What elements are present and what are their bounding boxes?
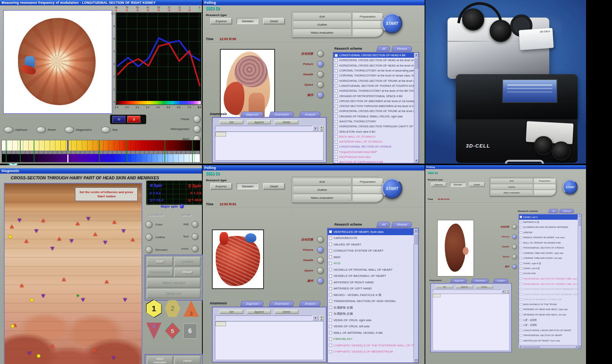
spin-up-icon[interactable]: ▲ — [319, 126, 324, 128]
spectrum-cursor-blue[interactable] — [67, 140, 68, 151]
checkbox-icon[interactable] — [335, 59, 338, 62]
research-scheme-list[interactable]: ▲▼ VENTRICLES OF HEART, front viewCARDIO… — [327, 228, 419, 363]
checkbox-icon[interactable] — [520, 262, 522, 265]
anamnesis-tab[interactable]: Diagnosis — [450, 279, 468, 283]
checkbox-icon[interactable] — [520, 309, 522, 311]
research-scheme-item[interactable]: ORGANS OF FEMALE SMALL PELVIS, right sid… — [334, 114, 414, 119]
research-scheme-item[interactable]: CROSS SECTION OF ABDOMEN at the level of… — [334, 99, 414, 104]
checkbox-icon[interactable] — [520, 278, 522, 280]
round-button[interactable] — [512, 264, 517, 269]
research-scheme-item[interactable]: CARDIOMOCITE — [328, 235, 414, 242]
round-button[interactable] — [317, 50, 324, 57]
research-scheme-item[interactable]: TRANSVERSAL SECTION OF HEART — [519, 333, 578, 338]
anamnesis-button[interactable]: Set — [220, 120, 243, 124]
checkbox-icon[interactable] — [329, 325, 332, 328]
research-scheme-item[interactable]: LONGITUDINAL SECTION OF UTERUS — [334, 144, 414, 149]
research-scheme-item[interactable]: WALL OF ARTERIAL VESSEL # MK — [328, 330, 414, 336]
menu-button[interactable]: Outline — [293, 21, 352, 28]
spin-down-icon[interactable]: ▼ — [506, 291, 509, 293]
scroll-thumb[interactable] — [522, 346, 540, 348]
research-scheme-item[interactable]: FEMALE URINARY BLADDER, rear view — [519, 235, 578, 240]
round-button[interactable] — [317, 92, 324, 98]
round-button[interactable] — [512, 234, 517, 239]
checkbox-icon[interactable] — [329, 243, 332, 246]
research-type-button[interactable]: Standart — [450, 182, 466, 187]
menu-button-secondary[interactable]: Preparation — [534, 178, 556, 184]
oval-button[interactable] — [4, 127, 13, 133]
research-scheme-item[interactable]: OVUM # MK — [519, 271, 578, 276]
horizontal-scrollbar[interactable]: ◄ ► — [518, 345, 578, 349]
research-scheme-item[interactable]: URETER — [519, 230, 578, 235]
checkbox-icon[interactable] — [329, 350, 332, 353]
round-button[interactable] — [512, 224, 517, 229]
round-button[interactable] — [317, 247, 324, 253]
anamnesis-tab[interactable]: Analysis — [299, 112, 321, 117]
checkbox-icon[interactable] — [520, 252, 522, 254]
checkbox-icon[interactable] — [335, 156, 338, 159]
menu-button-secondary[interactable] — [352, 21, 383, 28]
research-type-button[interactable]: Express — [210, 18, 232, 24]
checkbox-icon[interactable] — [520, 231, 522, 234]
menu-button-secondary[interactable] — [352, 194, 383, 202]
round-button[interactable] — [317, 278, 324, 284]
research-scheme-item[interactable]: VEINS OF CRUS, right side — [328, 317, 414, 323]
research-type-button[interactable]: Standart — [237, 183, 258, 189]
round-button[interactable] — [145, 234, 152, 240]
research-scheme-item[interactable]: LONGITUDINAL SECTION OF RIGHT MAMMARY GL… — [519, 286, 578, 291]
round-button[interactable] — [145, 221, 152, 228]
anamnesis-list[interactable] — [215, 321, 324, 360]
checkbox-icon[interactable] — [520, 237, 522, 239]
research-scheme-tab[interactable]: Restore — [391, 46, 413, 52]
checkbox-icon[interactable] — [335, 115, 338, 118]
research-type-button[interactable]: Express — [431, 182, 446, 187]
checkbox-icon[interactable] — [329, 338, 332, 341]
research-scheme-item[interactable]: HORIZONTAL THORACOTOMY at the level of t… — [334, 88, 414, 93]
checkbox-icon[interactable] — [520, 221, 522, 223]
checkbox-icon[interactable] — [335, 74, 338, 77]
research-scheme-item[interactable]: UTERINE TUBE AND OVARY, right side — [519, 250, 578, 255]
checkbox-icon[interactable] — [520, 329, 522, 332]
checkbox-icon[interactable] — [520, 247, 522, 249]
research-scheme-item[interactable]: NEURO - VESSEL FASCICLE # 涡 — [328, 292, 414, 298]
checkbox-icon[interactable] — [520, 334, 522, 336]
checkbox-icon[interactable] — [520, 267, 522, 270]
research-scheme-item[interactable]: CORONAL THORACOTOMY at the level of vena… — [334, 73, 414, 78]
research-scheme-item[interactable]: TRANSVERSAL SECTION OF UTERUS — [519, 245, 578, 250]
research-scheme-item[interactable]: HORIZONTAL CROSS-SECTION OF TRUNK at the… — [334, 109, 414, 114]
research-scheme-item[interactable]: LONGITUDINAL CROSS-SECTION OF HEAD # BK — [334, 53, 414, 58]
research-scheme-item[interactable]: LONGITUDINAL CROSS-SECTION OF HEART — [519, 328, 578, 333]
research-scheme-item[interactable]: HORIZONTAL CROSS-SECTION OF HEAD at the … — [334, 63, 414, 68]
research-scheme-item[interactable]: 心脏：前视图 — [519, 317, 578, 322]
checkbox-icon[interactable] — [329, 230, 332, 233]
anamnesis-button[interactable]: Set — [220, 310, 243, 314]
research-scheme-tab[interactable]: Restore — [559, 209, 575, 213]
menu-button[interactable]: Nidus evaluation — [490, 190, 533, 195]
action-button[interactable]: Delete selected — [147, 278, 200, 288]
action-button[interactable]: Start — [147, 257, 173, 266]
round-button[interactable] — [192, 233, 198, 240]
spin-down-icon[interactable]: ▼ — [319, 318, 324, 321]
grade-1-hexagon[interactable]: 1 — [146, 300, 162, 317]
research-scheme-item[interactable]: TISSUE OF MAMMARY GLAND # MK — [519, 297, 578, 302]
checkbox-icon[interactable] — [520, 314, 522, 316]
polarity-n-button[interactable]: N — [112, 116, 125, 123]
research-scheme-item[interactable]: CROSS SECTION THROUGH ABDOMEN at the lev… — [334, 104, 414, 109]
research-scheme-item[interactable]: BACK WALL OF STOMACH — [334, 134, 414, 139]
research-scheme-item[interactable]: GLOMERULES AND INCOMING ARTERIES — [519, 225, 578, 230]
checkbox-icon[interactable] — [520, 304, 522, 306]
research-scheme-item[interactable]: LONGITUDINAL SECTION OF THORAX AT FOURTH… — [334, 83, 414, 88]
menu-button[interactable]: Outline — [293, 186, 352, 193]
combo-field[interactable] — [433, 289, 501, 293]
menu-button[interactable]: Exit — [293, 13, 352, 20]
checkbox-icon[interactable] — [520, 216, 522, 218]
anamnesis-button[interactable]: Append — [456, 285, 473, 288]
checkbox-icon[interactable] — [335, 125, 338, 128]
checkbox-icon[interactable] — [520, 257, 522, 259]
anamnesis-button[interactable]: Delete — [275, 120, 298, 124]
research-scheme-item[interactable]: TRANSVERSAL SECTION OF UTERINE TUBE, lef… — [519, 281, 578, 286]
spin-down-icon[interactable]: ▼ — [319, 128, 324, 131]
round-button[interactable] — [192, 245, 198, 252]
research-scheme-item[interactable]: VESSELS OF BACKWALL OF HEART — [328, 273, 414, 280]
research-type-button[interactable]: Detail — [263, 183, 285, 189]
scroll-up-icon[interactable]: ▲ — [578, 214, 581, 218]
